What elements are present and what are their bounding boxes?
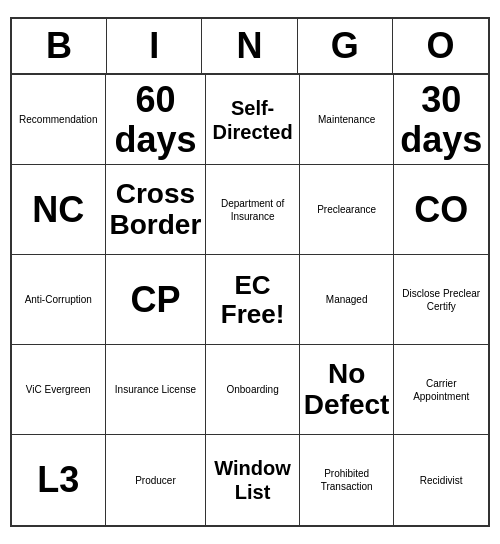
cell-r2-c0[interactable]: Anti-Corruption	[12, 255, 106, 345]
cell-r0-c1[interactable]: 60 days	[106, 75, 207, 165]
cell-r3-c0[interactable]: ViC Evergreen	[12, 345, 106, 435]
cell-text: Carrier Appointment	[398, 377, 484, 403]
cell-r1-c0[interactable]: NC	[12, 165, 106, 255]
cell-text: Anti-Corruption	[25, 293, 92, 306]
cell-text: Disclose Preclear Certify	[398, 287, 484, 313]
cell-r3-c2[interactable]: Onboarding	[206, 345, 300, 435]
cell-text: Onboarding	[226, 383, 278, 396]
cell-text: Producer	[135, 474, 176, 487]
cell-r3-c1[interactable]: Insurance License	[106, 345, 207, 435]
cell-text: Self-Directed	[210, 96, 295, 144]
cell-r3-c3[interactable]: No Defect	[300, 345, 395, 435]
cell-text: Recidivist	[420, 474, 463, 487]
header-letter: N	[202, 19, 297, 73]
cell-r4-c3[interactable]: Prohibited Transaction	[300, 435, 395, 525]
cell-text: Maintenance	[318, 113, 375, 126]
cell-r2-c4[interactable]: Disclose Preclear Certify	[394, 255, 488, 345]
cell-text: Window List	[210, 456, 295, 504]
header-letter: O	[393, 19, 488, 73]
cell-r2-c1[interactable]: CP	[106, 255, 207, 345]
cell-r0-c3[interactable]: Maintenance	[300, 75, 395, 165]
cell-r0-c4[interactable]: 30 days	[394, 75, 488, 165]
cell-r2-c2[interactable]: EC Free!	[206, 255, 300, 345]
cell-r3-c4[interactable]: Carrier Appointment	[394, 345, 488, 435]
cell-text: Preclearance	[317, 203, 376, 216]
cell-text: Managed	[326, 293, 368, 306]
bingo-card: BINGO Recommendation60 daysSelf-Directed…	[10, 17, 490, 527]
cell-text: Recommendation	[19, 113, 97, 126]
cell-text: CO	[414, 190, 468, 230]
cell-text: ViC Evergreen	[26, 383, 91, 396]
bingo-header: BINGO	[12, 19, 488, 75]
cell-text: NC	[32, 190, 84, 230]
cell-text: 60 days	[110, 80, 202, 159]
cell-r4-c1[interactable]: Producer	[106, 435, 207, 525]
cell-text: Department of Insurance	[210, 197, 295, 223]
cell-r1-c3[interactable]: Preclearance	[300, 165, 395, 255]
cell-r0-c0[interactable]: Recommendation	[12, 75, 106, 165]
bingo-grid: Recommendation60 daysSelf-DirectedMainte…	[12, 75, 488, 525]
cell-r1-c4[interactable]: CO	[394, 165, 488, 255]
cell-text: L3	[37, 460, 79, 500]
cell-r2-c3[interactable]: Managed	[300, 255, 395, 345]
cell-text: CP	[130, 280, 180, 320]
cell-text: Insurance License	[115, 383, 196, 396]
cell-text: Cross Border	[110, 179, 202, 241]
cell-text: Prohibited Transaction	[304, 467, 390, 493]
cell-r0-c2[interactable]: Self-Directed	[206, 75, 300, 165]
cell-r1-c1[interactable]: Cross Border	[106, 165, 207, 255]
cell-text: No Defect	[304, 359, 390, 421]
header-letter: G	[298, 19, 393, 73]
cell-r4-c4[interactable]: Recidivist	[394, 435, 488, 525]
cell-r1-c2[interactable]: Department of Insurance	[206, 165, 300, 255]
cell-text: EC Free!	[210, 271, 295, 328]
cell-r4-c0[interactable]: L3	[12, 435, 106, 525]
cell-r4-c2[interactable]: Window List	[206, 435, 300, 525]
cell-text: 30 days	[398, 80, 484, 159]
header-letter: B	[12, 19, 107, 73]
header-letter: I	[107, 19, 202, 73]
